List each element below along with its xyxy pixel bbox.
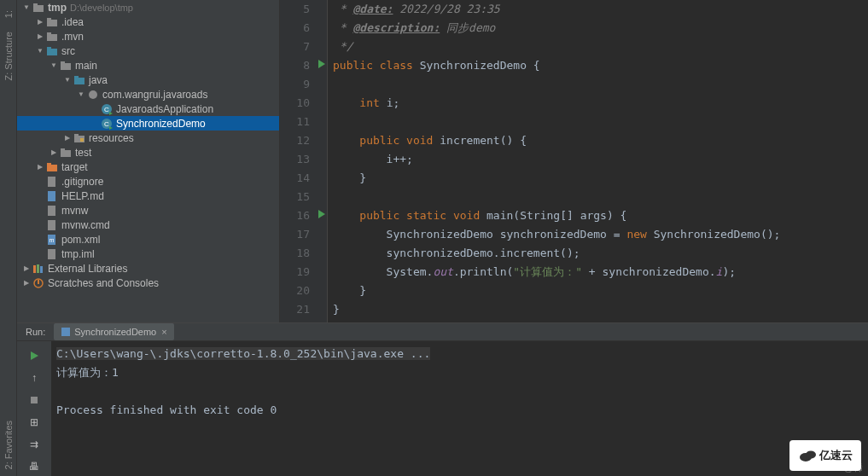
- svg-rect-9: [61, 61, 65, 64]
- svg-rect-0: [33, 5, 44, 12]
- svg-rect-40: [31, 397, 38, 403]
- tree-item[interactable]: ▼src: [17, 44, 279, 58]
- tree-item[interactable]: ▼main: [17, 58, 279, 73]
- svg-text:C: C: [104, 120, 109, 128]
- svg-rect-11: [74, 76, 79, 78]
- stop-button[interactable]: [25, 391, 44, 409]
- tree-item-label: tmp.iml: [61, 248, 95, 260]
- svg-marker-15: [109, 112, 113, 115]
- chevron-right-icon: ▶: [36, 32, 44, 41]
- chevron-right-icon: ▶: [50, 148, 58, 157]
- run-gutter-icon[interactable]: [318, 60, 325, 68]
- run-tab-label: SynchronizedDemo: [74, 327, 156, 337]
- run-toolbar: ↑ ⊞ ⇉ 🖶 📌 🗑: [17, 341, 51, 476]
- tree-item-label: java: [89, 74, 108, 86]
- left-tool-rail-bottom: 2: Favorites: [0, 322, 17, 476]
- tree-item[interactable]: CSynchronizedDemo: [17, 116, 279, 131]
- tree-item[interactable]: mvnw.cmd: [17, 218, 279, 232]
- tree-item-label: mvnw: [61, 205, 88, 217]
- code-editor[interactable]: 56789101112131415161718192021 * @date: 2…: [280, 0, 868, 322]
- editor-gutter: 56789101112131415161718192021: [280, 0, 328, 322]
- tree-item[interactable]: ▶.idea: [17, 15, 279, 29]
- chevron-right-icon: ▶: [63, 134, 72, 142]
- up-button[interactable]: ↑: [25, 369, 44, 387]
- chevron-down-icon: ▼: [22, 3, 31, 12]
- chevron-right-icon: ▶: [36, 163, 44, 171]
- svg-rect-10: [74, 78, 84, 84]
- chevron-right-icon: ▶: [36, 18, 44, 26]
- favorites-tool-button[interactable]: 2: Favorites: [3, 421, 14, 469]
- close-icon[interactable]: ×: [161, 327, 166, 337]
- settings-button[interactable]: ⇉: [25, 435, 44, 454]
- project-tool-button[interactable]: 1:: [3, 10, 14, 18]
- blank: [36, 250, 44, 258]
- rerun-button[interactable]: [25, 346, 44, 365]
- chevron-down-icon: ▼: [50, 61, 58, 70]
- editor-code-area[interactable]: * @date: 2022/9/28 23:35 * @description:…: [328, 0, 868, 322]
- blank: [90, 105, 99, 113]
- file-icon: [46, 205, 58, 217]
- tree-item[interactable]: CJavaroadsApplication: [17, 102, 279, 116]
- md-icon: [46, 190, 58, 202]
- file-icon: [46, 219, 58, 231]
- svg-rect-1: [33, 3, 38, 6]
- folder-icon: [60, 60, 72, 72]
- blank: [36, 235, 44, 244]
- tree-item[interactable]: ▶target: [17, 160, 279, 174]
- structure-tool-button[interactable]: Z: Structure: [3, 32, 14, 80]
- tree-item[interactable]: ▼com.wangrui.javaroads: [17, 87, 279, 102]
- run-tab[interactable]: SynchronizedDemo ×: [54, 323, 173, 340]
- tree-item[interactable]: ▶test: [17, 145, 279, 160]
- brand-logo: 亿速云: [789, 440, 861, 471]
- svg-rect-34: [37, 264, 39, 273]
- tree-label: Scratches and Consoles: [48, 277, 159, 289]
- scratches-consoles[interactable]: ▶ Scratches and Consoles: [17, 276, 279, 290]
- svg-rect-7: [47, 47, 51, 49]
- tree-item-label: JavaroadsApplication: [116, 103, 213, 115]
- svg-rect-21: [80, 138, 84, 142]
- blank: [36, 177, 44, 186]
- folder-src-icon: [46, 45, 58, 57]
- file-icon: [46, 176, 58, 188]
- folder-src-icon: [73, 74, 85, 86]
- tree-root-label: tmp: [48, 2, 67, 14]
- folder-icon: [32, 2, 44, 14]
- tree-item[interactable]: ▶.mvn: [17, 29, 279, 44]
- scratches-icon: [32, 277, 44, 289]
- svg-text:C: C: [104, 106, 109, 113]
- tree-item-label: resources: [89, 132, 134, 144]
- tree-item[interactable]: mpom.xml: [17, 232, 279, 247]
- blank: [36, 206, 44, 215]
- svg-point-12: [89, 90, 97, 99]
- tree-item[interactable]: ▼java: [17, 73, 279, 87]
- svg-marker-39: [31, 351, 38, 360]
- folder-icon: [46, 31, 58, 43]
- layout-button[interactable]: ⊞: [25, 413, 44, 432]
- chevron-down-icon: ▼: [77, 90, 85, 99]
- tree-root[interactable]: ▼ tmp D:\develop\tmp: [17, 0, 279, 15]
- svg-rect-26: [48, 177, 55, 187]
- svg-rect-37: [38, 280, 39, 284]
- tree-item-label: com.wangrui.javaroads: [102, 89, 207, 101]
- print-button[interactable]: 🖶: [25, 457, 44, 476]
- tree-item[interactable]: ▶resources: [17, 131, 279, 145]
- external-libraries[interactable]: ▶ External Libraries: [17, 261, 279, 276]
- tree-item[interactable]: .gitignore: [17, 174, 279, 189]
- svg-rect-29: [48, 220, 55, 230]
- run-gutter-icon[interactable]: [318, 210, 325, 218]
- folder-res-icon: [73, 132, 85, 144]
- svg-rect-28: [48, 206, 55, 216]
- tree-root-path: D:\develop\tmp: [70, 3, 133, 13]
- run-label: Run:: [17, 327, 54, 337]
- folder-target-icon: [46, 161, 58, 173]
- svg-rect-32: [48, 249, 55, 259]
- tree-item[interactable]: mvnw: [17, 203, 279, 218]
- svg-rect-22: [61, 150, 71, 157]
- tree-item[interactable]: HELP.md: [17, 189, 279, 203]
- console-output[interactable]: C:\Users\wang-\.jdks\corretto-1.8.0_252\…: [51, 341, 868, 476]
- svg-rect-38: [61, 328, 70, 336]
- tree-item[interactable]: tmp.iml: [17, 247, 279, 261]
- svg-point-42: [806, 451, 816, 459]
- file-icon: [46, 248, 58, 260]
- project-tree[interactable]: ▼ tmp D:\develop\tmp ▶.idea▶.mvn▼src▼mai…: [17, 0, 280, 322]
